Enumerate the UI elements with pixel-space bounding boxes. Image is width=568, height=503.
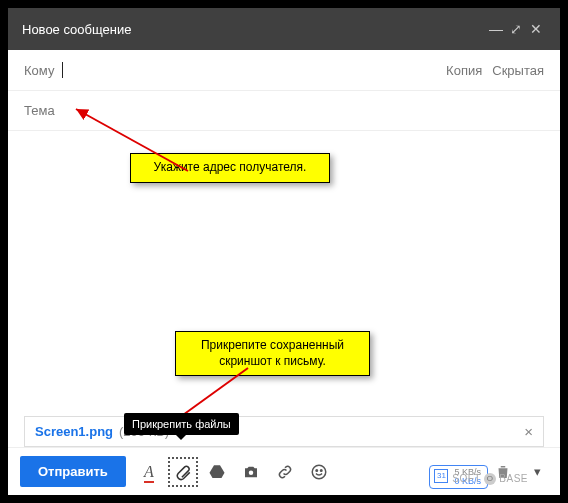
format-icon[interactable]: A [138,461,160,483]
subject-row[interactable]: Тема [8,91,560,131]
close-button[interactable]: ✕ [526,21,546,37]
svg-point-5 [320,469,322,471]
expand-button[interactable]: ⤢ [506,21,526,37]
callout-recipient: Укажите адрес получателя. [130,153,330,183]
attachment-remove-button[interactable]: × [524,423,533,440]
bcc-link[interactable]: Скрытая [492,63,544,78]
more-icon[interactable]: ▾ [526,461,548,483]
svg-point-2 [249,470,254,475]
attachment-name[interactable]: Screen1.png [35,424,113,439]
subject-placeholder: Тема [24,103,55,118]
window-title: Новое сообщение [22,22,486,37]
camera-icon[interactable] [240,461,262,483]
titlebar: Новое сообщение — ⤢ ✕ [8,8,560,50]
to-input[interactable] [63,63,436,78]
drive-icon[interactable] [206,461,228,483]
message-body[interactable]: Укажите адрес получателя. Прикрепите сох… [8,131,560,416]
to-label: Кому [24,63,54,78]
link-icon[interactable] [274,461,296,483]
watermark: SOFT O BASE [452,473,528,485]
net-count: 31 [434,469,448,483]
compose-window: Новое сообщение — ⤢ ✕ Кому Копия Скрытая… [8,8,560,495]
attachment-chip: Screen1.png (200 КБ) × [24,416,544,447]
cc-link[interactable]: Копия [446,63,482,78]
svg-point-3 [312,465,326,479]
emoji-icon[interactable] [308,461,330,483]
send-button[interactable]: Отправить [20,456,126,487]
recipients-row[interactable]: Кому Копия Скрытая [8,50,560,91]
svg-point-4 [316,469,318,471]
attach-file-icon[interactable] [172,461,194,483]
callout-attach: Прикрепите сохраненный скриншот к письму… [175,331,370,376]
attach-tooltip: Прикрепить файлы [124,413,239,435]
minimize-button[interactable]: — [486,21,506,37]
